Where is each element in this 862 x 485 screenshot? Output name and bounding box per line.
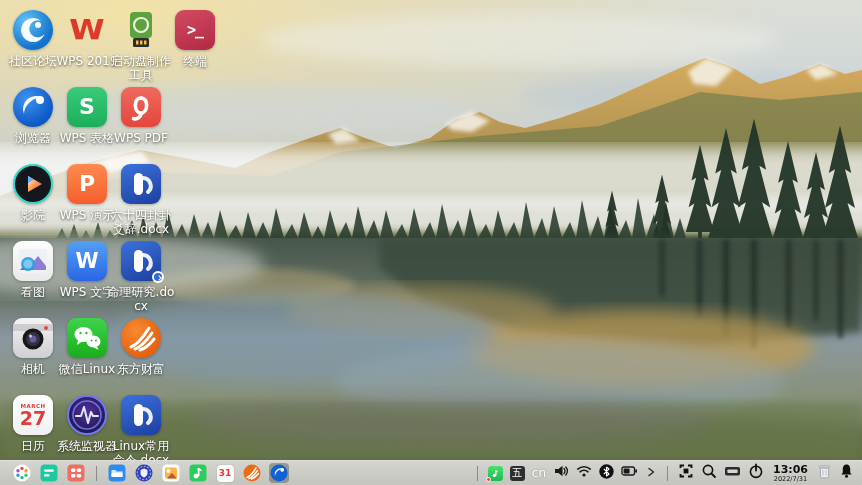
desktop-icon-eastmoney[interactable]: 东方财富 [114, 318, 168, 395]
movie-player-icon [13, 164, 53, 204]
calendar-icon: MARCH 27 [13, 395, 53, 435]
camera-icon [13, 318, 53, 358]
battery-icon[interactable] [621, 463, 638, 483]
desktop-icon-docx-file-2[interactable]: 命理研究.docx [114, 241, 168, 318]
multitasking-view-icon[interactable] [39, 463, 59, 483]
calendar-dock-day: 31 [219, 469, 232, 478]
clock-date: 2022/7/31 [773, 476, 808, 483]
tray-divider [477, 466, 478, 481]
keyboard-layout-indicator[interactable]: cn [532, 466, 546, 480]
desktop-icon-wps-presentation[interactable]: P WPS 演示 [60, 164, 114, 241]
input-method-indicator[interactable]: 五 [510, 466, 525, 481]
security-center-icon[interactable] [134, 463, 154, 483]
launcher-icon[interactable] [12, 463, 32, 483]
desktop-icon-docx-file-1[interactable]: 六十四卦卦爻辞.docx [114, 164, 168, 241]
desktop-icon-boot-disk-maker[interactable]: 启动盘制作工具 [114, 10, 168, 87]
file-manager-icon[interactable] [107, 463, 127, 483]
taskbar: 31 五 cn [0, 460, 862, 485]
desktop-icon-movie[interactable]: 影院 [6, 164, 60, 241]
taskbar-dock: 31 [12, 463, 289, 483]
calendar-dock-icon[interactable]: 31 [215, 463, 235, 483]
wps-presentation-icon: P [67, 164, 107, 204]
docx-file-icon [121, 164, 161, 204]
desktop-icon-label: 命理研究.docx [107, 285, 175, 314]
desktop-icon-terminal[interactable]: >_ 终端 [168, 10, 222, 87]
terminal-icon: >_ [175, 10, 215, 50]
wechat-icon [67, 318, 107, 358]
browser-icon [13, 87, 53, 127]
music-tray-icon[interactable] [488, 466, 503, 481]
taskbar-divider [96, 466, 97, 481]
notifications-bell-icon[interactable] [839, 463, 854, 483]
desktop-icon-wps-2019[interactable]: W WPS 2019 [60, 10, 114, 87]
system-monitor-icon [67, 395, 107, 435]
onscreen-keyboard-icon[interactable] [724, 463, 741, 483]
calendar-day-label: 27 [20, 409, 46, 429]
wifi-icon[interactable] [576, 463, 592, 483]
eastmoney-icon [121, 318, 161, 358]
docx-file-icon [121, 395, 161, 435]
clock[interactable]: 13:06 2022/7/31 [773, 464, 808, 483]
desktop-icon-image-viewer[interactable]: 看图 [6, 241, 60, 318]
search-icon[interactable] [701, 463, 717, 483]
desktop[interactable]: 社区论坛 浏览器 影院 看图 [0, 0, 862, 485]
desktop-icon-wps-pdf[interactable]: WPS PDF [114, 87, 168, 164]
image-viewer-icon [13, 241, 53, 281]
boot-disk-maker-icon [121, 10, 161, 50]
trash-icon[interactable] [817, 463, 832, 484]
wps-2019-icon: W [67, 10, 107, 50]
shutdown-icon[interactable] [748, 463, 764, 483]
desktop-icon-label: 东方财富 [107, 362, 175, 376]
wps-writer-icon: W [67, 241, 107, 281]
docx-file-icon [121, 241, 161, 281]
desktop-icon-grid: 社区论坛 浏览器 影院 看图 [6, 10, 222, 472]
notification-dot [486, 477, 491, 482]
desktop-icon-wechat[interactable]: 微信Linux [60, 318, 114, 395]
volume-icon[interactable] [553, 463, 569, 483]
desktop-icon-label: 终端 [161, 54, 229, 68]
music-icon[interactable] [188, 463, 208, 483]
eastmoney-dock-icon[interactable] [242, 463, 262, 483]
system-tray: 五 cn [474, 463, 854, 484]
tray-divider [667, 466, 668, 481]
bluetooth-icon[interactable] [599, 464, 614, 483]
file-shortcut-badge [152, 271, 164, 283]
wps-spreadsheet-icon: S [67, 87, 107, 127]
clock-time: 13:06 [773, 464, 808, 475]
app-store-icon[interactable] [66, 463, 86, 483]
desktop-icon-browser[interactable]: 浏览器 [6, 87, 60, 164]
screenshot-tool-icon[interactable] [678, 463, 694, 483]
desktop-icon-wps-spreadsheet[interactable]: S WPS 表格 [60, 87, 114, 164]
tray-expand-chevron-icon[interactable] [645, 464, 657, 483]
wps-pdf-icon [121, 87, 161, 127]
desktop-icon-community-forum[interactable]: 社区论坛 [6, 10, 60, 87]
desktop-icon-camera[interactable]: 相机 [6, 318, 60, 395]
image-album-icon[interactable] [161, 463, 181, 483]
community-forum-icon [13, 10, 53, 50]
desktop-icon-label: 六十四卦卦爻辞.docx [107, 208, 175, 237]
desktop-icon-label: WPS PDF [107, 131, 175, 145]
desktop-icon-wps-writer[interactable]: W WPS 文字 [60, 241, 114, 318]
browser-dock-icon[interactable] [269, 463, 289, 483]
